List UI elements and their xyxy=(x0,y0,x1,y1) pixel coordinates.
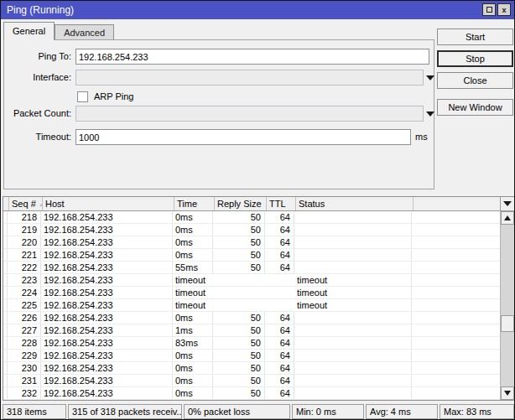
table-row[interactable]: 227 192.168.254.233 1ms 50 64 xyxy=(3,324,500,337)
packet-count-dropdown-arrow-icon[interactable] xyxy=(424,109,436,119)
status-packet-loss: 0% packet loss xyxy=(184,404,290,419)
close-button[interactable]: Close xyxy=(437,72,513,89)
cell-time: 55ms xyxy=(173,262,213,273)
scrollbar-thumb[interactable] xyxy=(501,315,514,332)
titlebar[interactable]: Ping (Running) x xyxy=(1,1,514,19)
header-time[interactable]: Time xyxy=(174,197,215,210)
stop-button[interactable]: Stop xyxy=(437,50,513,67)
header-status[interactable]: Status xyxy=(296,197,414,210)
scroll-down-icon[interactable] xyxy=(501,386,514,400)
cell-status xyxy=(294,324,412,336)
status-items-count: 318 items xyxy=(3,404,66,419)
table-row[interactable]: 232 192.168.254.233 0ms 50 64 xyxy=(3,387,500,400)
cell-time: timeout xyxy=(173,299,213,311)
cell-ttl: 64 xyxy=(265,362,294,374)
start-button[interactable]: Start xyxy=(437,29,513,45)
ping-results-table: Seq # Host Time Reply Size TTL Status 21… xyxy=(3,196,515,401)
cell-empty xyxy=(412,211,500,223)
cell-reply-size xyxy=(213,299,265,311)
timeout-unit-label: ms xyxy=(415,129,428,145)
cell-status xyxy=(294,312,412,324)
cell-host: 192.168.254.233 xyxy=(41,299,173,311)
cell-reply-size: 50 xyxy=(213,312,265,324)
cell-status xyxy=(294,262,412,273)
table-row[interactable]: 219 192.168.254.233 0ms 50 64 xyxy=(3,224,500,236)
header-seq[interactable]: Seq # xyxy=(9,197,43,210)
table-row[interactable]: 220 192.168.254.233 0ms 50 64 xyxy=(3,236,500,249)
ping-window: Ping (Running) x General Advanced Ping T… xyxy=(0,0,515,420)
cell-status xyxy=(294,211,412,223)
cell-time: 0ms xyxy=(173,224,213,236)
cell-seq: 221 xyxy=(8,249,41,261)
header-ttl[interactable]: TTL xyxy=(267,197,296,210)
cell-seq: 227 xyxy=(8,324,41,336)
cell-status xyxy=(294,224,412,236)
cell-empty xyxy=(412,375,500,386)
cell-time: 1ms xyxy=(173,324,213,336)
scroll-up-icon[interactable] xyxy=(501,211,514,225)
cell-time: 0ms xyxy=(173,236,213,248)
arp-ping-checkbox[interactable] xyxy=(77,91,88,102)
cell-reply-size: 50 xyxy=(213,337,265,349)
new-window-button[interactable]: New Window xyxy=(437,99,513,116)
cell-ttl xyxy=(265,287,294,298)
cell-time: 0ms xyxy=(173,312,213,324)
table-row[interactable]: 229 192.168.254.233 0ms 50 64 xyxy=(3,350,500,362)
cell-ttl: 64 xyxy=(265,262,294,273)
cell-ttl: 64 xyxy=(265,211,294,223)
ping-to-input[interactable] xyxy=(75,49,429,65)
vertical-scrollbar[interactable] xyxy=(500,211,514,400)
interface-field[interactable] xyxy=(75,70,424,86)
tab-general[interactable]: General xyxy=(3,22,55,40)
table-row[interactable]: 223 192.168.254.233 timeout timeout xyxy=(3,274,500,287)
table-row[interactable]: 224 192.168.254.233 timeout timeout xyxy=(3,287,500,299)
header-strip[interactable] xyxy=(3,197,9,210)
status-bar: 318 items 315 of 318 packets receiv... 0… xyxy=(3,404,512,419)
cell-reply-size: 50 xyxy=(213,362,265,374)
interface-dropdown-arrow-icon[interactable] xyxy=(424,73,436,83)
cell-reply-size: 50 xyxy=(213,249,265,261)
cell-time: timeout xyxy=(173,274,213,286)
cell-host: 192.168.254.233 xyxy=(41,337,173,349)
column-select-dropdown-icon[interactable] xyxy=(500,197,514,211)
table-row[interactable]: 225 192.168.254.233 timeout timeout xyxy=(3,299,500,312)
packet-count-row: Packet Count: xyxy=(4,106,434,122)
cell-status xyxy=(294,236,412,248)
cell-seq: 223 xyxy=(8,274,41,286)
table-row[interactable]: 226 192.168.254.233 0ms 50 64 xyxy=(3,312,500,324)
status-max-time: Max: 83 ms xyxy=(440,404,514,419)
table-row[interactable]: 228 192.168.254.233 83ms 50 64 xyxy=(3,337,500,350)
header-host[interactable]: Host xyxy=(43,197,174,210)
cell-ttl: 64 xyxy=(265,337,294,349)
cell-seq: 219 xyxy=(8,224,41,236)
packet-count-field[interactable] xyxy=(75,106,424,122)
timeout-input[interactable] xyxy=(75,129,411,145)
cell-seq: 230 xyxy=(8,362,41,374)
cell-time: 0ms xyxy=(173,387,213,399)
table-row[interactable]: 218 192.168.254.233 0ms 50 64 xyxy=(3,211,500,224)
table-row[interactable]: 231 192.168.254.233 0ms 50 64 xyxy=(3,375,500,387)
interface-row: Interface: xyxy=(4,70,434,86)
arp-ping-row: ARP Ping xyxy=(4,90,434,106)
cell-reply-size xyxy=(213,274,265,286)
cell-time: 0ms xyxy=(173,249,213,261)
timeout-row: Timeout: ms xyxy=(4,129,434,145)
cell-seq: 228 xyxy=(8,337,41,349)
cell-empty xyxy=(412,387,500,399)
tab-advanced[interactable]: Advanced xyxy=(55,24,114,40)
close-icon[interactable]: x xyxy=(497,3,511,16)
cell-seq: 229 xyxy=(8,350,41,361)
header-empty[interactable] xyxy=(414,197,500,210)
cell-ttl: 64 xyxy=(265,249,294,261)
cell-ttl: 64 xyxy=(265,224,294,236)
cell-time: 0ms xyxy=(173,211,213,223)
cell-time: timeout xyxy=(173,287,213,298)
table-row[interactable]: 221 192.168.254.233 0ms 50 64 xyxy=(3,249,500,262)
maximize-icon[interactable] xyxy=(482,3,496,16)
header-reply-size[interactable]: Reply Size xyxy=(215,197,267,210)
table-row[interactable]: 230 192.168.254.233 0ms 50 64 xyxy=(3,362,500,375)
table-row[interactable]: 222 192.168.254.233 55ms 50 64 xyxy=(3,262,500,274)
cell-seq: 222 xyxy=(8,262,41,273)
cell-status: timeout xyxy=(294,287,412,298)
cell-reply-size: 50 xyxy=(213,350,265,361)
